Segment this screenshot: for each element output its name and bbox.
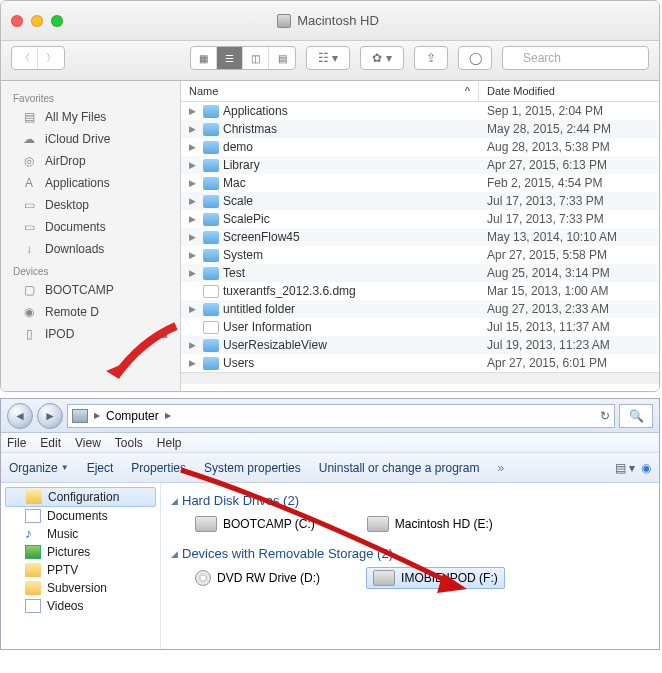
disclosure-icon[interactable]: ▶: [189, 232, 199, 242]
file-row[interactable]: ▶UsersApr 27, 2015, 6:01 PM: [181, 354, 659, 372]
disclosure-icon[interactable]: ▶: [189, 160, 199, 170]
column-headers[interactable]: Name^ Date Modified: [181, 81, 659, 102]
file-name: System: [223, 248, 263, 262]
disclosure-icon[interactable]: ▶: [189, 358, 199, 368]
disclosure-icon[interactable]: ▶: [189, 214, 199, 224]
tree-item-documents[interactable]: Documents: [1, 507, 160, 525]
sidebar-item-downloads[interactable]: ↓Downloads: [1, 238, 180, 260]
file-name: ScalePic: [223, 212, 270, 226]
tree-item-label: Music: [47, 527, 78, 541]
gallery-view-button[interactable]: ▤: [269, 47, 295, 69]
sidebar-item-bootcamp[interactable]: ▢BOOTCAMP: [1, 279, 180, 301]
tree-item-music[interactable]: ♪Music: [1, 525, 160, 543]
search-box[interactable]: 🔍: [619, 404, 653, 428]
sidebar-item-label: Desktop: [45, 198, 89, 212]
refresh-icon[interactable]: ↻: [600, 409, 610, 423]
disclosure-icon[interactable]: ▶: [189, 124, 199, 134]
arrange-button[interactable]: ☷ ▾: [306, 46, 350, 70]
sidebar-item-desktop[interactable]: ▭Desktop: [1, 194, 180, 216]
zoom-button[interactable]: [51, 15, 63, 27]
file-list: Name^ Date Modified ▶ApplicationsSep 1, …: [181, 81, 659, 391]
file-row[interactable]: ▶MacFeb 2, 2015, 4:54 PM: [181, 174, 659, 192]
tree-item-videos[interactable]: Videos: [1, 597, 160, 615]
all-files-icon: ▤: [21, 109, 37, 125]
back-button[interactable]: ◄: [7, 403, 33, 429]
file-row[interactable]: ▶UserResizableViewJul 19, 2013, 11:23 AM: [181, 336, 659, 354]
view-switcher: ▦ ☰ ◫ ▤: [190, 46, 296, 70]
list-view-button[interactable]: ☰: [217, 47, 243, 69]
horizontal-scrollbar[interactable]: [181, 372, 659, 384]
folder-icon: [203, 303, 219, 316]
file-name: ScreenFlow45: [223, 230, 300, 244]
disclosure-icon[interactable]: ▶: [189, 196, 199, 206]
file-row[interactable]: ▶untitled folderAug 27, 2013, 2:33 AM: [181, 300, 659, 318]
share-button[interactable]: ⇪: [414, 46, 448, 70]
sidebar-item-applications[interactable]: AApplications: [1, 172, 180, 194]
nav-buttons: 〈 〉: [11, 46, 65, 70]
close-button[interactable]: [11, 15, 23, 27]
file-row[interactable]: ▶ScaleJul 17, 2013, 7:33 PM: [181, 192, 659, 210]
eject-button[interactable]: Eject: [87, 461, 114, 475]
view-options-icon[interactable]: ▤ ▾: [615, 461, 635, 475]
breadcrumb[interactable]: Computer: [102, 409, 163, 423]
file-row[interactable]: User InformationJul 15, 2013, 11:37 AM: [181, 318, 659, 336]
tree-item-subversion[interactable]: Subversion: [1, 579, 160, 597]
disclosure-icon[interactable]: ▶: [189, 268, 199, 278]
txt-icon: [203, 321, 219, 334]
folder-icon: [203, 159, 219, 172]
tree-item-configuration[interactable]: Configuration: [5, 487, 156, 507]
file-row[interactable]: ▶ScreenFlow45May 13, 2014, 10:10 AM: [181, 228, 659, 246]
file-name: untitled folder: [223, 302, 295, 316]
sidebar-item-all-my-files[interactable]: ▤All My Files: [1, 106, 180, 128]
disclosure-icon[interactable]: ▶: [189, 340, 199, 350]
folder-icon: [203, 123, 219, 136]
forward-button[interactable]: 〉: [38, 47, 64, 69]
forward-button[interactable]: ►: [37, 403, 63, 429]
desktop-icon: ▭: [21, 197, 37, 213]
disclosure-icon[interactable]: ▶: [189, 142, 199, 152]
menu-view[interactable]: View: [75, 436, 101, 450]
file-row[interactable]: ▶ChristmasMay 28, 2015, 2:44 PM: [181, 120, 659, 138]
action-button[interactable]: ✿ ▾: [360, 46, 404, 70]
sidebar: Favorites ▤All My Files☁iCloud Drive◎Air…: [1, 81, 181, 391]
traffic-lights: [11, 15, 63, 27]
menu-edit[interactable]: Edit: [40, 436, 61, 450]
file-row[interactable]: ▶LibraryApr 27, 2015, 6:13 PM: [181, 156, 659, 174]
file-row[interactable]: tuxerantfs_2012.3.6.dmgMar 15, 2013, 1:0…: [181, 282, 659, 300]
search-field[interactable]: Search: [502, 46, 649, 70]
file-name: Christmas: [223, 122, 277, 136]
sidebar-item-icloud-drive[interactable]: ☁iCloud Drive: [1, 128, 180, 150]
disclosure-icon[interactable]: ▶: [189, 304, 199, 314]
disclosure-icon[interactable]: ▶: [189, 106, 199, 116]
menu-tools[interactable]: Tools: [115, 436, 143, 450]
docs-icon: ▭: [21, 219, 37, 235]
sidebar-item-documents[interactable]: ▭Documents: [1, 216, 180, 238]
file-row[interactable]: ▶SystemApr 27, 2015, 5:58 PM: [181, 246, 659, 264]
help-icon[interactable]: ◉: [641, 461, 651, 475]
address-bar[interactable]: ▶ Computer ▶ ↻: [67, 404, 615, 428]
airdrop-icon: ◎: [21, 153, 37, 169]
menu-help[interactable]: Help: [157, 436, 182, 450]
icon-view-button[interactable]: ▦: [191, 47, 217, 69]
sidebar-item-label: iCloud Drive: [45, 132, 110, 146]
tree-item-pptv[interactable]: PPTV: [1, 561, 160, 579]
menu-file[interactable]: File: [7, 436, 26, 450]
file-row[interactable]: ▶ApplicationsSep 1, 2015, 2:04 PM: [181, 102, 659, 120]
tags-button[interactable]: ◯: [458, 46, 492, 70]
disclosure-icon[interactable]: ▶: [189, 250, 199, 260]
file-row[interactable]: ▶TestAug 25, 2014, 3:14 PM: [181, 264, 659, 282]
minimize-button[interactable]: [31, 15, 43, 27]
back-button[interactable]: 〈: [12, 47, 38, 69]
finder-window: Macintosh HD 〈 〉 ▦ ☰ ◫ ▤ ☷ ▾ ✿ ▾ ⇪ ◯ Sea…: [0, 0, 660, 392]
tree-item-pictures[interactable]: Pictures: [1, 543, 160, 561]
sidebar-item-remote-d[interactable]: ◉Remote D: [1, 301, 180, 323]
organize-menu[interactable]: Organize ▼: [9, 461, 69, 475]
tree-item-label: Documents: [47, 509, 108, 523]
sidebar-item-airdrop[interactable]: ◎AirDrop: [1, 150, 180, 172]
file-row[interactable]: ▶ScalePicJul 17, 2013, 7:33 PM: [181, 210, 659, 228]
computer-icon: [72, 409, 88, 423]
file-row[interactable]: ▶demoAug 28, 2013, 5:38 PM: [181, 138, 659, 156]
file-date: Mar 15, 2013, 1:00 AM: [479, 282, 659, 300]
column-view-button[interactable]: ◫: [243, 47, 269, 69]
disclosure-icon[interactable]: ▶: [189, 178, 199, 188]
